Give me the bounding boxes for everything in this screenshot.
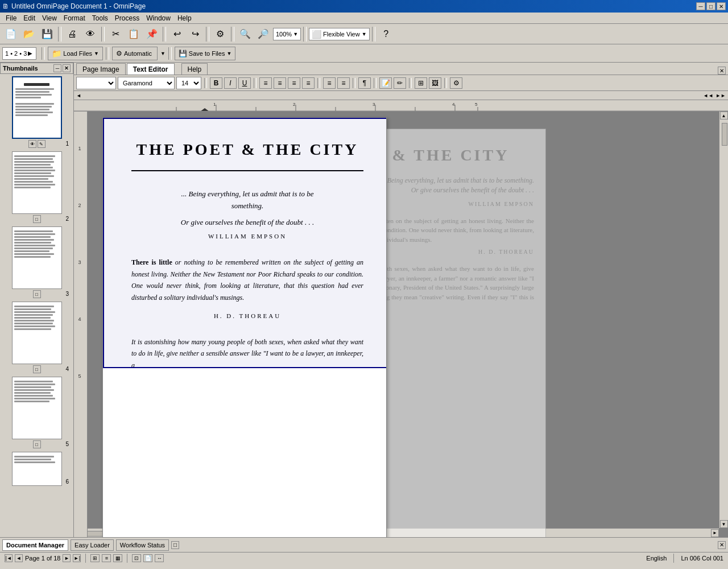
easy-loader-button[interactable]: Easy Loader bbox=[71, 539, 114, 551]
zoom-in-button[interactable]: 🔎 bbox=[255, 26, 272, 42]
rtl-button[interactable]: ¶ bbox=[358, 77, 371, 89]
close-button[interactable]: ✕ bbox=[717, 2, 726, 10]
scroll-up-button[interactable]: ▲ bbox=[720, 112, 728, 119]
italic-button[interactable]: I bbox=[224, 77, 237, 89]
format-extra-2[interactable]: ⚙ bbox=[450, 77, 462, 89]
document-manager-button[interactable]: Document Manager bbox=[2, 539, 68, 551]
menu-tools[interactable]: Tools bbox=[89, 13, 111, 23]
menu-format[interactable]: Format bbox=[60, 13, 89, 23]
list-view-button[interactable]: ≡ bbox=[102, 554, 111, 562]
settings-button[interactable]: ⚙ bbox=[212, 26, 229, 42]
paste-button[interactable]: 📌 bbox=[143, 26, 160, 42]
align-justify-button[interactable]: ≡ bbox=[302, 77, 315, 89]
bullet-list-button[interactable]: ≡ bbox=[323, 77, 336, 89]
font-size-dropdown[interactable]: 14 bbox=[176, 77, 201, 89]
menu-process[interactable]: Process bbox=[111, 13, 143, 23]
editor-area[interactable]: 1 2 3 4 5 THE POET & THE CITY ... Being … bbox=[74, 112, 728, 537]
vertical-scrollbar[interactable]: ▲ ▼ bbox=[719, 112, 728, 528]
zoom-fit-button[interactable]: ⊡ bbox=[132, 554, 141, 562]
svg-text:4: 4 bbox=[452, 102, 455, 107]
thumbnail-page-4[interactable]: □ 4 bbox=[2, 302, 71, 373]
print-button[interactable]: 🖨 bbox=[64, 26, 81, 42]
process-dropdown[interactable]: ▼ bbox=[160, 51, 166, 56]
maximize-button[interactable]: □ bbox=[706, 2, 715, 10]
format-extra-1[interactable]: ✏ bbox=[394, 77, 406, 89]
bottom-panel-close-button[interactable]: ✕ bbox=[718, 541, 726, 549]
zoom-width-button[interactable]: ↔ bbox=[155, 554, 164, 562]
epigraph-quote-2: Or give ourselves the benefit of the dou… bbox=[131, 217, 363, 229]
svg-text:5: 5 bbox=[475, 102, 478, 107]
menu-view[interactable]: View bbox=[39, 13, 60, 23]
redo-button[interactable]: ↪ bbox=[187, 26, 204, 42]
thumbnails-list[interactable]: 👁 ✎ 1 bbox=[0, 74, 73, 537]
view-mode-selector[interactable]: ⬜ Flexible View ▼ bbox=[309, 28, 370, 40]
font-dropdown[interactable]: Garamond bbox=[118, 77, 175, 89]
menu-bar: File Edit View Format Tools Process Wind… bbox=[0, 13, 728, 24]
scroll-right-button[interactable]: ► bbox=[711, 529, 719, 537]
menu-file[interactable]: File bbox=[2, 13, 20, 23]
detail-view-button[interactable]: ▦ bbox=[113, 554, 122, 562]
scroll-thumb-vertical[interactable] bbox=[722, 123, 727, 146]
underline-button[interactable]: U bbox=[238, 77, 251, 89]
grid-view-button[interactable]: ⊞ bbox=[90, 554, 100, 562]
preview-button[interactable]: 👁 bbox=[82, 26, 99, 42]
thumbnail-page-2[interactable]: □ 2 bbox=[2, 151, 71, 223]
copy-button[interactable]: 📋 bbox=[125, 26, 142, 42]
title-bar: 🗎 Untitled OmniPage Document 1 - OmniPag… bbox=[0, 0, 728, 13]
ruler-left-arrow[interactable]: ◄ bbox=[76, 93, 81, 98]
toolbar-separator-5 bbox=[231, 27, 234, 42]
help-button[interactable]: ? bbox=[378, 26, 395, 42]
last-page-button[interactable]: ►| bbox=[73, 554, 81, 562]
thumbnails-panel: Thumbnails ─ ✕ bbox=[0, 63, 74, 537]
zoom-level[interactable]: 100% ▼ bbox=[273, 28, 301, 40]
ruler-controls: ◄ ◄◄ ►► bbox=[74, 91, 728, 100]
load-files-button[interactable]: 📁 Load Files ▼ bbox=[48, 47, 103, 60]
spell-button[interactable]: 📝 bbox=[379, 77, 392, 89]
undo-button[interactable]: ↩ bbox=[168, 26, 185, 42]
next-page-button[interactable]: ► bbox=[63, 554, 71, 562]
new-button[interactable]: 📄 bbox=[2, 26, 19, 42]
thumbnail-page-1[interactable]: 👁 ✎ 1 bbox=[2, 76, 71, 148]
align-right-button[interactable]: ≡ bbox=[288, 77, 300, 89]
thumbnails-close-button[interactable]: ✕ bbox=[63, 64, 71, 72]
load-files-dropdown-arrow[interactable]: ▼ bbox=[94, 51, 99, 56]
save-button[interactable]: 💾 bbox=[39, 26, 56, 42]
prev-page-button[interactable]: ◄ bbox=[15, 554, 23, 562]
body-paragraph-2: It is astonishing how many young people … bbox=[131, 336, 363, 371]
thumbnail-page-3[interactable]: □ 3 bbox=[2, 226, 71, 298]
align-left-button[interactable]: ≡ bbox=[259, 77, 272, 89]
first-page-button[interactable]: |◄ bbox=[5, 554, 13, 562]
ruler-nav-left[interactable]: ◄◄ bbox=[703, 93, 713, 98]
style-dropdown[interactable] bbox=[76, 77, 116, 89]
ruler-nav-right[interactable]: ►► bbox=[715, 93, 726, 98]
save-dropdown-arrow[interactable]: ▼ bbox=[226, 51, 231, 56]
tab-text-editor[interactable]: Text Editor bbox=[127, 63, 175, 75]
cut-button[interactable]: ✂ bbox=[107, 26, 124, 42]
scroll-down-button[interactable]: ▼ bbox=[720, 520, 728, 528]
tab-help[interactable]: Help bbox=[181, 63, 208, 75]
minimize-button[interactable]: ─ bbox=[696, 2, 705, 10]
panel-close-button[interactable]: ✕ bbox=[718, 67, 726, 75]
bold-button[interactable]: B bbox=[210, 77, 222, 89]
page-nav-arrow[interactable]: ▶ bbox=[27, 50, 34, 56]
process-button[interactable]: ⚙ Automatic bbox=[112, 47, 158, 60]
menu-window[interactable]: Window bbox=[143, 13, 174, 23]
bottom-panel-maximize-button[interactable]: □ bbox=[171, 541, 179, 549]
menu-edit[interactable]: Edit bbox=[20, 13, 39, 23]
open-button[interactable]: 📂 bbox=[20, 26, 38, 42]
tab-page-image[interactable]: Page Image bbox=[76, 63, 126, 75]
thumbnail-page-5[interactable]: □ 5 bbox=[2, 377, 71, 448]
body-paragraph-1: There is little or nothing to be remembe… bbox=[131, 257, 363, 303]
image-button[interactable]: 🖼 bbox=[429, 77, 441, 89]
menu-help[interactable]: Help bbox=[174, 13, 195, 23]
table-button[interactable]: ⊞ bbox=[415, 77, 427, 89]
thumbnails-minimize-button[interactable]: ─ bbox=[53, 64, 61, 72]
workflow-status-button[interactable]: Workflow Status bbox=[116, 539, 169, 551]
page-navigator[interactable]: 1 • 2 • 3 ▶ bbox=[2, 47, 36, 60]
zoom-page-button[interactable]: 📄 bbox=[143, 554, 152, 562]
numbered-list-button[interactable]: ≡ bbox=[337, 77, 350, 89]
align-center-button[interactable]: ≡ bbox=[274, 77, 286, 89]
save-to-files-button[interactable]: 💾 Save to Files ▼ bbox=[175, 47, 236, 60]
zoom-out-button[interactable]: 🔍 bbox=[237, 26, 254, 42]
thumbnail-page-6[interactable]: 6 bbox=[2, 452, 71, 486]
